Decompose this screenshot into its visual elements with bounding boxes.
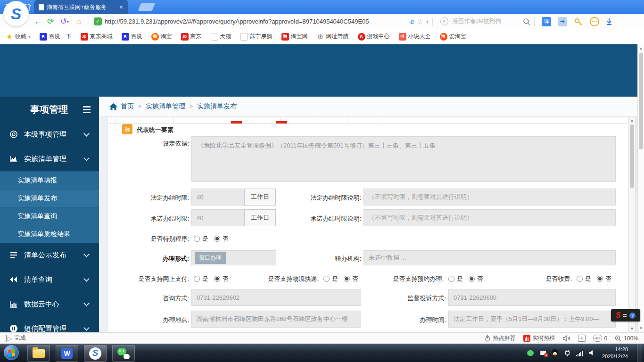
legal-limit-note-input[interactable]: （不填写时限，则需要对其进行说明） <box>363 189 616 206</box>
download-icon[interactable] <box>605 17 613 26</box>
address-input[interactable]: 湖南省株洲市石峰区响田东路268号石峰区政务中心一楼 <box>191 311 361 328</box>
scroll-down-icon[interactable]: ▼ <box>638 325 644 331</box>
joint-org-input[interactable]: 未选中数据 ... <box>363 250 616 265</box>
scroll-thumb[interactable] <box>630 124 634 188</box>
hot-rank-button[interactable]: 实时热榜 <box>523 334 555 342</box>
logistics-yes-radio[interactable] <box>323 276 330 282</box>
bookmark-taobao-wang[interactable]: 淘淘宝网 <box>281 33 308 41</box>
taskbar-sogou-button[interactable]: S <box>84 345 107 362</box>
online-pay-yes-radio[interactable] <box>194 276 200 282</box>
address-dropdown-icon[interactable]: ▾ <box>426 19 429 24</box>
breadcrumb-home[interactable]: 首页 <box>121 102 134 111</box>
setting-basis-textarea[interactable]: 《危险化学品安全管理条例》（2011年国务院令第591号修订）第三十三条、第三十… <box>191 136 616 182</box>
charge-yes-radio[interactable] <box>577 276 583 282</box>
volume-icon[interactable] <box>588 349 595 356</box>
back-button[interactable]: ← <box>32 16 44 28</box>
bookmark-ai-taobao[interactable]: 淘爱淘宝 <box>440 33 466 41</box>
panel-scrollbar[interactable]: ▲ ▼ <box>628 117 635 332</box>
sidebar-subitem-chaxun[interactable]: 实施清单查询 <box>0 207 99 225</box>
more-tools-icon[interactable]: ⋯ <box>590 17 599 26</box>
search-icon[interactable] <box>523 18 530 25</box>
network-signal-icon[interactable] <box>576 349 583 356</box>
security-shield-icon[interactable]: ✓ <box>94 17 102 25</box>
sidebar-item-benji-shixiang[interactable]: 本级事项管理 <box>0 122 99 147</box>
debug-play-icon[interactable]: ▷ <box>6 335 12 342</box>
bookmark-game-center[interactable]: S游戏中心 <box>358 33 390 41</box>
sidebar-item-shishi-qingdan[interactable]: 实施清单管理 <box>0 147 99 171</box>
online-pay-no-radio[interactable] <box>214 276 220 282</box>
bookmark-baidu[interactable]: B百度 <box>122 33 142 41</box>
zoom-control[interactable]: 100% <box>615 335 638 342</box>
breadcrumb-level2[interactable]: 实施清单发布 <box>197 102 237 111</box>
taskbar-clock[interactable]: 14:20 2020/12/24 <box>602 346 628 360</box>
refresh-button[interactable]: ⟳ <box>44 16 57 28</box>
ime-help-icon[interactable]: ? <box>629 313 636 319</box>
tray-wechat-icon[interactable] <box>527 349 534 356</box>
breadcrumb-level1[interactable]: 实施清单管理 <box>146 102 185 111</box>
password-key-icon[interactable] <box>574 17 583 26</box>
sidebar-item-qingdan-chaxun[interactable]: 清单查询 <box>0 267 99 292</box>
bookmark-baidu-yixia[interactable]: B百度一下 <box>40 33 72 41</box>
bookmark-favorites[interactable]: ★收藏▾ <box>6 33 31 41</box>
scroll-down-icon[interactable]: ▼ <box>629 326 635 332</box>
tray-qq-icon[interactable] <box>552 349 559 356</box>
sogou-ime-bar[interactable]: S ? <box>611 309 640 321</box>
charge-no-radio[interactable] <box>597 276 603 282</box>
promise-limit-note-input[interactable]: （不填写时限，则需要对其进行说明） <box>363 209 616 226</box>
address-bar[interactable]: http://59.231.9.231/approvev2/#/f/approv… <box>105 18 410 25</box>
appointment-no-radio[interactable] <box>469 276 475 282</box>
bookmark-jd-mall[interactable]: JD京东商城 <box>81 33 113 41</box>
consult-input[interactable]: 0731-22629602 <box>191 289 361 306</box>
bookmark-suning[interactable]: 苏宁易购 <box>240 33 272 41</box>
mute-icon[interactable] <box>563 335 570 342</box>
browser-scrollbar[interactable]: ▲ ▼ <box>637 44 644 332</box>
bookmark-novels[interactable]: 书小说大全 <box>399 33 431 41</box>
tab-close-icon[interactable]: × <box>119 3 123 11</box>
browser-tab[interactable]: 湖南省互联网+政务服务 × <box>34 0 128 14</box>
taskbar-explorer-button[interactable] <box>27 345 50 362</box>
ad-blocker-button[interactable]: AD0 <box>593 335 608 342</box>
bookmark-tmall[interactable]: 天猫 <box>211 33 231 41</box>
bookmark-star-button[interactable]: ☆ <box>414 16 426 28</box>
bookmark-taobao[interactable]: 淘淘宝 <box>151 33 172 41</box>
supervise-input[interactable]: 0731-22629600 <box>448 289 616 306</box>
bookmark-jd[interactable]: JD京东 <box>181 33 202 41</box>
taskbar-wechat-button[interactable] <box>112 345 135 362</box>
home-button[interactable]: ⌂ <box>73 16 85 28</box>
home-icon[interactable] <box>109 103 117 110</box>
ie-compat-icon[interactable]: e <box>410 17 414 25</box>
scroll-thumb[interactable] <box>639 53 643 149</box>
appointment-yes-radio[interactable] <box>448 276 454 282</box>
bookmark-nav[interactable]: ⊕网址导航 <box>317 33 349 41</box>
handle-form-input[interactable]: 窗口办理 <box>191 250 276 265</box>
toolbox-icon[interactable]: + <box>578 335 586 342</box>
handle-form-tag[interactable]: 窗口办理 <box>195 252 226 264</box>
start-button[interactable] <box>4 345 19 360</box>
sidebar-item-gongshi-fabu[interactable]: 清单公示发布 <box>0 243 99 267</box>
scroll-up-icon[interactable]: ▲ <box>629 117 635 123</box>
sidebar-subitem-zhijian[interactable]: 实施清单质检结果 <box>0 225 99 243</box>
special-procedure-no-radio[interactable] <box>214 236 220 242</box>
action-center-flag-icon[interactable] <box>539 349 546 356</box>
scroll-up-icon[interactable]: ▲ <box>638 45 644 51</box>
globe-icon: ⊕ <box>317 33 324 41</box>
sidebar-item-shuju-yun[interactable]: 数据云中心 <box>0 292 99 316</box>
hot-recommend-button[interactable]: 热点推荐 <box>484 334 516 342</box>
search-input[interactable]: 漫画作者JM被刑拘 <box>452 17 523 25</box>
windows-taskbar: W S 14:20 2020/12/24 <box>0 344 644 362</box>
sogou-browser-logo[interactable]: S <box>3 1 29 26</box>
promise-limit-input[interactable]: 40 <box>191 209 245 226</box>
show-desktop-button[interactable] <box>637 344 642 362</box>
send-to-phone-button[interactable]: ➜ <box>558 17 567 26</box>
sidebar-subitem-tianbao[interactable]: 实施清单填报 <box>0 171 99 189</box>
translate-button[interactable]: 译 <box>542 17 551 26</box>
legal-limit-input[interactable]: 40 <box>191 189 245 206</box>
power-plug-icon[interactable] <box>564 349 571 356</box>
sidebar-collapse-button[interactable] <box>83 106 91 113</box>
taskbar-wps-button[interactable]: W <box>56 345 78 362</box>
time-input[interactable]: 法定工作日，夏季（5月1日—9月30日）：上午9:00— <box>448 311 616 328</box>
special-procedure-yes-radio[interactable] <box>194 236 200 242</box>
logistics-no-radio[interactable] <box>344 276 350 282</box>
undo-button[interactable]: ↺▾ <box>57 16 73 28</box>
sidebar-subitem-fabu[interactable]: 实施清单发布 <box>0 189 99 207</box>
